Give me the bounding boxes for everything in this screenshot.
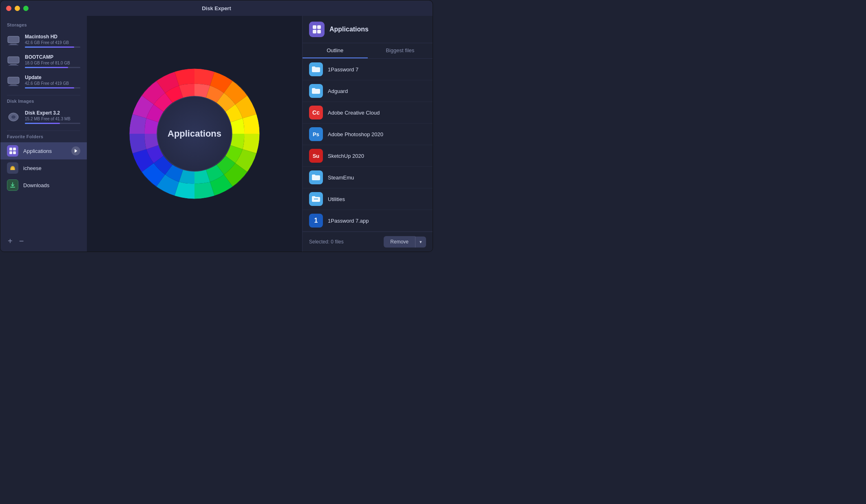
titlebar: Disk Expert [0, 0, 433, 16]
bootcamp-info: BOOTCAMP 18.0 GB Free of 81.0 GB [25, 54, 80, 68]
disk-expert-icon [7, 111, 20, 123]
file-item-sketchup[interactable]: Su SketchUp 2020 [303, 145, 433, 167]
right-panel: Applications Outline Biggest files 1Pass… [302, 16, 433, 252]
selection-status: Selected: 0 files [309, 239, 344, 245]
update-sub: 42.6 GB Free of 419 GB [25, 81, 80, 86]
applications-fav-icon [7, 145, 18, 157]
update-progress-fill [25, 87, 74, 88]
adguard-name: Adguard [328, 88, 348, 94]
sidebar-item-macintosh-hd[interactable]: Macintosh HD 42.6 GB Free of 419 GB [0, 31, 87, 51]
traffic-lights [6, 6, 29, 11]
macintosh-hd-icon [7, 35, 20, 46]
sketchup-name: SketchUp 2020 [328, 153, 364, 159]
file-item-adguard[interactable]: Adguard [303, 80, 433, 102]
remove-chevron-button[interactable]: ▾ [415, 237, 426, 248]
sidebar-item-bootcamp[interactable]: BOOTCAMP 18.0 GB Free of 81.0 GB [0, 51, 87, 71]
1password7-app-icon: 1 [309, 214, 323, 228]
bootcamp-sub: 18.0 GB Free of 81.0 GB [25, 61, 80, 65]
right-header-title: Applications [329, 26, 369, 33]
icheese-fav-icon [7, 162, 18, 174]
update-name: Update [25, 75, 80, 80]
svg-rect-11 [9, 148, 12, 150]
favorite-item-icheese[interactable]: icheese [0, 159, 87, 177]
disk-images-section-title: Disk Images [0, 99, 87, 107]
svg-rect-6 [8, 77, 19, 84]
svg-rect-5 [9, 65, 18, 66]
svg-rect-14 [13, 151, 16, 154]
downloads-fav-icon [7, 179, 18, 191]
photoshop-icon: Ps [309, 127, 323, 141]
center-panel: Applications [87, 16, 302, 252]
svg-rect-0 [8, 36, 19, 43]
icheese-fav-label: icheese [23, 165, 80, 171]
file-item-1password7[interactable]: 1Password 7 [303, 59, 433, 80]
svg-rect-13 [9, 151, 12, 154]
1password7-folder-icon [309, 62, 323, 76]
remove-favorite-button[interactable]: − [19, 237, 24, 245]
svg-rect-22 [317, 30, 321, 33]
applications-play-button[interactable] [71, 146, 80, 155]
file-item-1password7-app[interactable]: 1 1Password 7.app [303, 210, 433, 232]
donut-chart-container: Applications [121, 60, 268, 207]
applications-fav-label: Applications [23, 148, 66, 154]
utilities-folder-icon [309, 192, 323, 206]
bootcamp-progress-fill [25, 67, 68, 68]
sidebar-bottom-actions: + − [0, 233, 87, 245]
file-item-steamemu[interactable]: SteamEmu [303, 167, 433, 188]
adobe-cc-icon: Cc [309, 106, 323, 119]
remove-button[interactable]: Remove [384, 236, 415, 248]
right-header-icon [309, 22, 325, 37]
steamemu-name: SteamEmu [328, 175, 354, 181]
macintosh-hd-progress-fill [25, 46, 74, 48]
file-list: 1Password 7 Adguard Cc Adobe Creative Cl… [303, 59, 433, 232]
sidebar-item-update[interactable]: Update 42.6 GB Free of 419 GB [0, 71, 87, 92]
tab-biggest-files[interactable]: Biggest files [368, 43, 433, 58]
divider-2 [7, 130, 80, 131]
svg-point-16 [157, 96, 232, 171]
svg-rect-3 [8, 57, 19, 63]
disk-expert-progress-fill [25, 123, 60, 124]
svg-rect-2 [9, 44, 18, 45]
add-favorite-button[interactable]: + [8, 237, 13, 245]
donut-chart [121, 60, 268, 207]
sketchup-icon: Su [309, 149, 323, 163]
favorite-item-applications[interactable]: Applications [0, 142, 87, 159]
disk-expert-progress-bg [25, 123, 80, 124]
disk-expert-name: Disk Expert 3.2 [25, 110, 80, 116]
file-item-utilities[interactable]: Utilities [303, 188, 433, 210]
app-title: Disk Expert [202, 5, 231, 11]
svg-rect-19 [313, 25, 316, 29]
bootcamp-name: BOOTCAMP [25, 54, 80, 60]
right-footer: Selected: 0 files Remove ▾ [303, 232, 433, 252]
adguard-folder-icon [309, 84, 323, 98]
favorite-item-downloads[interactable]: Downloads [0, 177, 87, 194]
update-info: Update 42.6 GB Free of 419 GB [25, 75, 80, 88]
favorites-section-title: Favorite Folders [0, 134, 87, 142]
file-item-adobe-cc[interactable]: Cc Adobe Creative Cloud [303, 102, 433, 124]
bootcamp-progress-bg [25, 67, 80, 68]
disk-expert-info: Disk Expert 3.2 15.2 MB Free of 41.3 MB [25, 110, 80, 124]
main-content: Storages Macintosh HD 42.6 GB Free of 41… [0, 16, 433, 252]
minimize-button[interactable] [15, 6, 20, 11]
file-item-photoshop[interactable]: Ps Adobe Photoshop 2020 [303, 124, 433, 145]
macintosh-hd-sub: 42.6 GB Free of 419 GB [25, 40, 80, 45]
adobe-cc-name: Adobe Creative Cloud [328, 110, 380, 116]
right-header: Applications [303, 16, 433, 43]
close-button[interactable] [6, 6, 11, 11]
remove-btn-group: Remove ▾ [384, 236, 426, 248]
update-icon [7, 76, 20, 87]
tabs-bar: Outline Biggest files [303, 43, 433, 59]
steamemu-folder-icon [309, 170, 323, 184]
svg-rect-15 [10, 187, 15, 188]
tab-outline[interactable]: Outline [303, 43, 368, 58]
svg-rect-8 [9, 85, 18, 86]
photoshop-name: Adobe Photoshop 2020 [328, 131, 383, 137]
update-progress-bg [25, 87, 80, 88]
downloads-fav-label: Downloads [23, 182, 80, 188]
sidebar-item-disk-expert[interactable]: Disk Expert 3.2 15.2 MB Free of 41.3 MB [0, 107, 87, 127]
maximize-button[interactable] [23, 6, 29, 11]
macintosh-hd-info: Macintosh HD 42.6 GB Free of 419 GB [25, 34, 80, 48]
bootcamp-icon [7, 55, 20, 67]
svg-rect-20 [317, 25, 321, 29]
sidebar: Storages Macintosh HD 42.6 GB Free of 41… [0, 16, 87, 252]
